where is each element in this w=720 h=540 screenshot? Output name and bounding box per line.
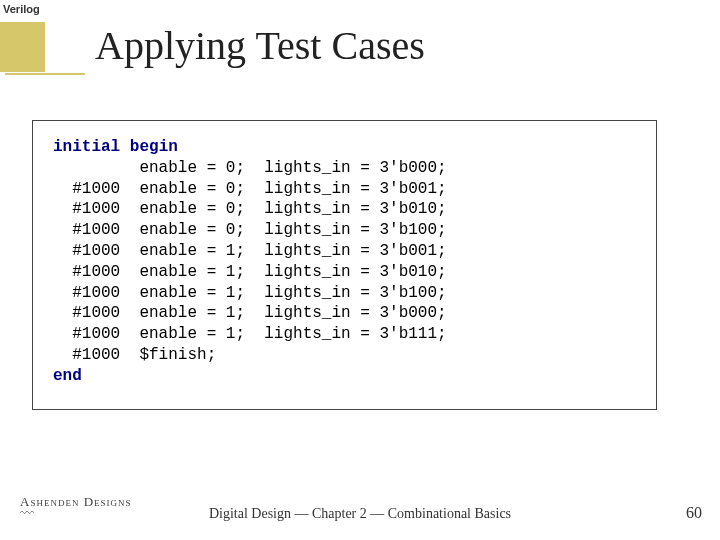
- footer-text: Digital Design — Chapter 2 — Combination…: [0, 506, 720, 522]
- code-line: #1000 enable = 0; lights_in = 3'b010;: [53, 200, 447, 218]
- code-line: #1000 $finish;: [53, 346, 216, 364]
- title-ornament: [0, 18, 90, 76]
- kw-initial: initial: [53, 138, 120, 156]
- code-frame: initial begin enable = 0; lights_in = 3'…: [32, 120, 657, 410]
- code-line: #1000 enable = 1; lights_in = 3'b111;: [53, 325, 447, 343]
- code-line: #1000 enable = 1; lights_in = 3'b100;: [53, 284, 447, 302]
- corner-tag: Verilog: [3, 3, 40, 15]
- code-line: #1000 enable = 1; lights_in = 3'b001;: [53, 242, 447, 260]
- code-block: initial begin enable = 0; lights_in = 3'…: [53, 137, 636, 387]
- code-line: #1000 enable = 1; lights_in = 3'b010;: [53, 263, 447, 281]
- page-number: 60: [686, 504, 702, 522]
- code-line: enable = 0; lights_in = 3'b000;: [53, 159, 447, 177]
- slide-title: Applying Test Cases: [95, 22, 425, 69]
- kw-begin: begin: [130, 138, 178, 156]
- code-line: #1000 enable = 0; lights_in = 3'b001;: [53, 180, 447, 198]
- code-line: #1000 enable = 1; lights_in = 3'b000;: [53, 304, 447, 322]
- code-line: #1000 enable = 0; lights_in = 3'b100;: [53, 221, 447, 239]
- kw-end: end: [53, 367, 82, 385]
